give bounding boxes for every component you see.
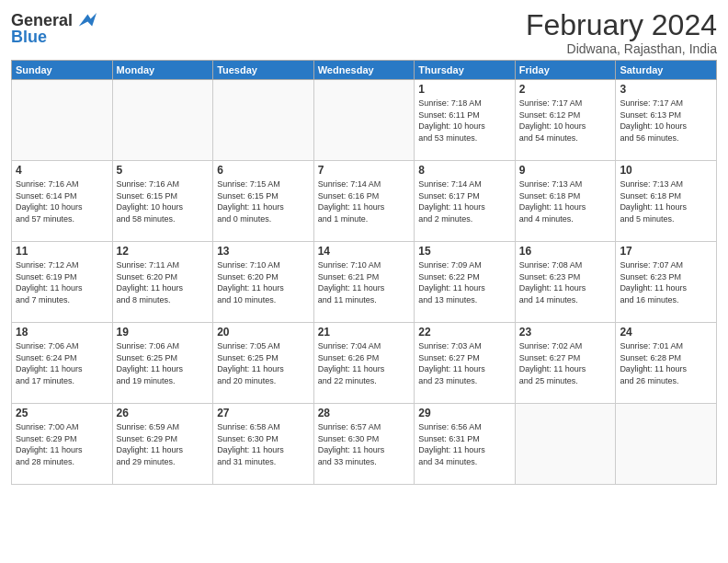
table-row: 11Sunrise: 7:12 AMSunset: 6:19 PMDayligh…	[12, 242, 113, 323]
day-info: Sunrise: 7:06 AMSunset: 6:24 PMDaylight:…	[16, 340, 108, 386]
table-row: 16Sunrise: 7:08 AMSunset: 6:23 PMDayligh…	[515, 242, 616, 323]
day-number: 6	[217, 164, 310, 177]
day-info: Sunrise: 7:06 AMSunset: 6:25 PMDaylight:…	[117, 340, 210, 386]
day-number: 15	[418, 245, 511, 258]
calendar-container: General Blue February 2024 Didwana, Raja…	[0, 0, 728, 563]
day-info: Sunrise: 7:14 AMSunset: 6:17 PMDaylight:…	[418, 178, 511, 224]
day-number: 8	[418, 164, 511, 177]
day-info: Sunrise: 7:16 AMSunset: 6:15 PMDaylight:…	[117, 178, 210, 224]
table-row: 4Sunrise: 7:16 AMSunset: 6:14 PMDaylight…	[12, 161, 113, 242]
day-number: 10	[620, 164, 712, 177]
day-info: Sunrise: 7:03 AMSunset: 6:27 PMDaylight:…	[418, 340, 511, 386]
day-info: Sunrise: 7:07 AMSunset: 6:23 PMDaylight:…	[620, 259, 712, 305]
table-row: 13Sunrise: 7:10 AMSunset: 6:20 PMDayligh…	[213, 242, 314, 323]
day-number: 16	[519, 245, 612, 258]
table-row: 17Sunrise: 7:07 AMSunset: 6:23 PMDayligh…	[616, 242, 717, 323]
day-info: Sunrise: 7:18 AMSunset: 6:11 PMDaylight:…	[418, 98, 511, 144]
day-info: Sunrise: 7:12 AMSunset: 6:19 PMDaylight:…	[16, 259, 108, 305]
table-row: 25Sunrise: 7:00 AMSunset: 6:29 PMDayligh…	[12, 404, 113, 485]
table-row: 15Sunrise: 7:09 AMSunset: 6:22 PMDayligh…	[415, 242, 516, 323]
table-row: 2Sunrise: 7:17 AMSunset: 6:12 PMDaylight…	[515, 80, 616, 161]
table-row: 5Sunrise: 7:16 AMSunset: 6:15 PMDaylight…	[112, 161, 213, 242]
day-info: Sunrise: 7:02 AMSunset: 6:27 PMDaylight:…	[519, 340, 612, 386]
weekday-header-row: Sunday Monday Tuesday Wednesday Thursday…	[12, 61, 717, 80]
header-wednesday: Wednesday	[313, 61, 415, 80]
table-row: 26Sunrise: 6:59 AMSunset: 6:29 PMDayligh…	[112, 404, 213, 485]
week-row-2: 4Sunrise: 7:16 AMSunset: 6:14 PMDaylight…	[12, 161, 717, 242]
day-number: 7	[318, 164, 411, 177]
table-row: 12Sunrise: 7:11 AMSunset: 6:20 PMDayligh…	[112, 242, 213, 323]
day-number: 23	[519, 326, 612, 339]
day-number: 5	[117, 164, 210, 177]
day-number: 21	[318, 326, 411, 339]
day-number: 17	[620, 245, 712, 258]
week-row-4: 18Sunrise: 7:06 AMSunset: 6:24 PMDayligh…	[12, 323, 717, 404]
table-row: 27Sunrise: 6:58 AMSunset: 6:30 PMDayligh…	[213, 404, 314, 485]
table-row: 24Sunrise: 7:01 AMSunset: 6:28 PMDayligh…	[616, 323, 717, 404]
header-friday: Friday	[515, 61, 616, 80]
table-row: 8Sunrise: 7:14 AMSunset: 6:17 PMDaylight…	[415, 161, 516, 242]
day-info: Sunrise: 7:05 AMSunset: 6:25 PMDaylight:…	[217, 340, 310, 386]
day-number: 27	[217, 407, 310, 419]
day-number: 4	[16, 164, 108, 177]
day-number: 14	[318, 245, 411, 258]
table-row: 23Sunrise: 7:02 AMSunset: 6:27 PMDayligh…	[515, 323, 616, 404]
day-number: 12	[117, 245, 210, 258]
day-number: 9	[519, 164, 612, 177]
day-info: Sunrise: 6:59 AMSunset: 6:29 PMDaylight:…	[117, 421, 210, 467]
header-thursday: Thursday	[415, 61, 516, 80]
day-info: Sunrise: 7:15 AMSunset: 6:15 PMDaylight:…	[217, 178, 310, 224]
week-row-3: 11Sunrise: 7:12 AMSunset: 6:19 PMDayligh…	[12, 242, 717, 323]
table-row: 7Sunrise: 7:14 AMSunset: 6:16 PMDaylight…	[313, 161, 415, 242]
table-row	[515, 404, 616, 485]
day-number: 29	[418, 407, 511, 419]
day-info: Sunrise: 7:09 AMSunset: 6:22 PMDaylight:…	[418, 259, 511, 305]
day-info: Sunrise: 7:16 AMSunset: 6:14 PMDaylight:…	[16, 178, 108, 224]
logo: General Blue	[11, 9, 97, 47]
day-info: Sunrise: 7:11 AMSunset: 6:20 PMDaylight:…	[117, 259, 210, 305]
table-row: 21Sunrise: 7:04 AMSunset: 6:26 PMDayligh…	[313, 323, 415, 404]
day-number: 25	[16, 407, 108, 419]
table-row	[313, 80, 415, 161]
table-row: 1Sunrise: 7:18 AMSunset: 6:11 PMDaylight…	[415, 80, 516, 161]
day-info: Sunrise: 7:01 AMSunset: 6:28 PMDaylight:…	[620, 340, 712, 386]
day-number: 13	[217, 245, 310, 258]
day-number: 2	[519, 83, 612, 96]
table-row	[213, 80, 314, 161]
day-number: 20	[217, 326, 310, 339]
header-monday: Monday	[112, 61, 213, 80]
table-row: 20Sunrise: 7:05 AMSunset: 6:25 PMDayligh…	[213, 323, 314, 404]
day-number: 18	[16, 326, 108, 339]
day-info: Sunrise: 6:58 AMSunset: 6:30 PMDaylight:…	[217, 421, 310, 467]
header-saturday: Saturday	[616, 61, 717, 80]
table-row: 6Sunrise: 7:15 AMSunset: 6:15 PMDaylight…	[213, 161, 314, 242]
table-row: 28Sunrise: 6:57 AMSunset: 6:30 PMDayligh…	[313, 404, 415, 485]
table-row	[112, 80, 213, 161]
day-info: Sunrise: 7:00 AMSunset: 6:29 PMDaylight:…	[16, 421, 108, 467]
table-row: 19Sunrise: 7:06 AMSunset: 6:25 PMDayligh…	[112, 323, 213, 404]
title-section: February 2024 Didwana, Rajasthan, India	[526, 9, 717, 56]
table-row: 22Sunrise: 7:03 AMSunset: 6:27 PMDayligh…	[415, 323, 516, 404]
day-info: Sunrise: 7:14 AMSunset: 6:16 PMDaylight:…	[318, 178, 411, 224]
calendar-table: Sunday Monday Tuesday Wednesday Thursday…	[11, 60, 717, 485]
day-number: 19	[117, 326, 210, 339]
day-number: 28	[318, 407, 411, 419]
calendar-title: February 2024	[526, 9, 717, 41]
header-tuesday: Tuesday	[213, 61, 314, 80]
day-info: Sunrise: 7:13 AMSunset: 6:18 PMDaylight:…	[620, 178, 712, 224]
table-row	[616, 404, 717, 485]
header: General Blue February 2024 Didwana, Raja…	[11, 9, 717, 56]
day-info: Sunrise: 7:17 AMSunset: 6:13 PMDaylight:…	[620, 98, 712, 144]
header-sunday: Sunday	[12, 61, 113, 80]
day-info: Sunrise: 7:17 AMSunset: 6:12 PMDaylight:…	[519, 98, 612, 144]
day-number: 1	[418, 83, 511, 96]
day-number: 22	[418, 326, 511, 339]
day-number: 24	[620, 326, 712, 339]
day-number: 11	[16, 245, 108, 258]
table-row: 29Sunrise: 6:56 AMSunset: 6:31 PMDayligh…	[415, 404, 516, 485]
logo-icon	[74, 9, 97, 31]
week-row-1: 1Sunrise: 7:18 AMSunset: 6:11 PMDaylight…	[12, 80, 717, 161]
table-row: 9Sunrise: 7:13 AMSunset: 6:18 PMDaylight…	[515, 161, 616, 242]
day-info: Sunrise: 6:57 AMSunset: 6:30 PMDaylight:…	[318, 421, 411, 467]
svg-marker-0	[79, 13, 97, 26]
